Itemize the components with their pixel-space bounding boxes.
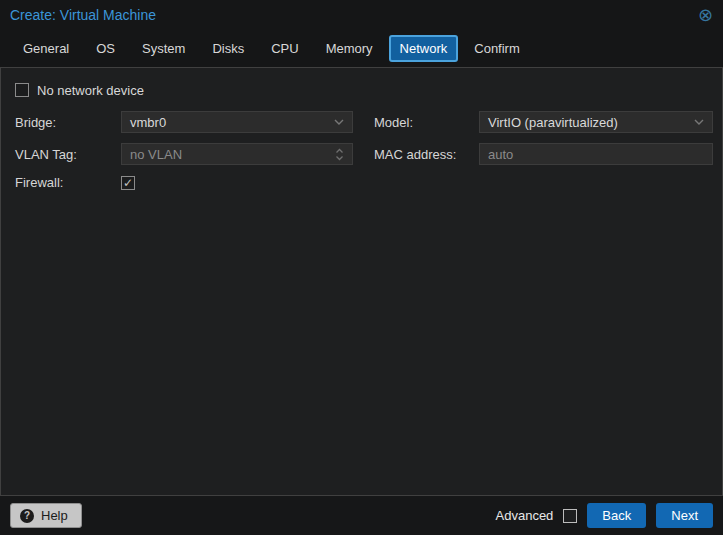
vlan-tag-label: VLAN Tag:	[15, 147, 121, 162]
back-button[interactable]: Back	[587, 503, 646, 528]
no-network-device-row: No network device	[15, 81, 722, 99]
chevron-down-icon	[694, 119, 704, 125]
bridge-value: vmbr0	[130, 115, 334, 130]
mac-address-input[interactable]: auto	[479, 143, 713, 165]
advanced-label: Advanced	[496, 508, 554, 523]
mac-address-placeholder: auto	[488, 147, 704, 162]
tab-disks[interactable]: Disks	[201, 35, 255, 62]
tab-cpu[interactable]: CPU	[260, 35, 309, 62]
model-label: Model:	[353, 115, 479, 130]
bridge-label: Bridge:	[15, 115, 121, 130]
spinner-up-down-icon	[335, 148, 344, 161]
help-button[interactable]: ? Help	[10, 503, 82, 528]
model-select[interactable]: VirtIO (paravirtualized)	[479, 111, 713, 133]
dialog-titlebar: Create: Virtual Machine ⊗	[0, 0, 723, 30]
tab-memory[interactable]: Memory	[315, 35, 384, 62]
firewall-checkbox[interactable]: ✓	[121, 176, 135, 190]
footer-actions: Advanced Back Next	[496, 503, 713, 528]
no-network-device-checkbox[interactable]	[15, 83, 29, 97]
help-button-label: Help	[41, 508, 68, 523]
bridge-select[interactable]: vmbr0	[121, 111, 353, 133]
no-network-device-label: No network device	[37, 83, 144, 98]
create-vm-dialog: Create: Virtual Machine ⊗ General OS Sys…	[0, 0, 723, 535]
tab-network[interactable]: Network	[389, 35, 459, 62]
wizard-tabbar: General OS System Disks CPU Memory Netwo…	[0, 30, 723, 67]
tab-os[interactable]: OS	[85, 35, 126, 62]
next-button[interactable]: Next	[656, 503, 713, 528]
close-icon[interactable]: ⊗	[698, 6, 713, 24]
network-tab-panel: No network device Bridge: vmbr0 Model: V…	[0, 67, 723, 496]
model-value: VirtIO (paravirtualized)	[488, 115, 694, 130]
tab-system[interactable]: System	[131, 35, 196, 62]
mac-address-label: MAC address:	[353, 147, 479, 162]
tab-general[interactable]: General	[12, 35, 80, 62]
dialog-title: Create: Virtual Machine	[10, 7, 156, 23]
firewall-label: Firewall:	[15, 175, 121, 190]
advanced-checkbox[interactable]	[563, 509, 577, 523]
chevron-down-icon	[334, 119, 344, 125]
dialog-footer: ? Help Advanced Back Next	[0, 496, 723, 535]
network-form: Bridge: vmbr0 Model: VirtIO (paravirtual…	[15, 111, 722, 190]
vlan-tag-placeholder: no VLAN	[130, 147, 335, 162]
vlan-tag-spinner[interactable]: no VLAN	[121, 143, 353, 165]
help-icon: ?	[20, 509, 34, 523]
tab-confirm[interactable]: Confirm	[463, 35, 531, 62]
